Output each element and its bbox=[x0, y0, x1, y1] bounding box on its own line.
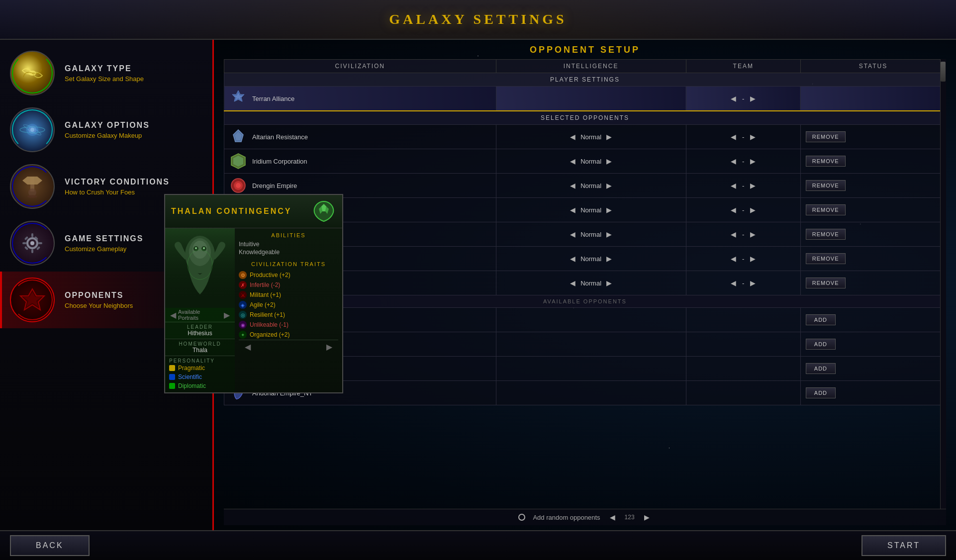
sidebar-item-galaxy-options[interactable]: Galaxy Options Customize Galaxy Makeup bbox=[0, 101, 212, 158]
yor-intel-next[interactable]: ▶ bbox=[604, 206, 614, 214]
thalan-team-next[interactable]: ▶ bbox=[748, 230, 758, 238]
col-civilization: Civilization bbox=[224, 60, 496, 73]
col-status: Status bbox=[800, 60, 946, 73]
sidebar-text-opponents: Opponents Choose Your Neighbors bbox=[65, 291, 133, 309]
popup-header: Thalan Contingency bbox=[165, 195, 342, 228]
page-next[interactable]: ▶ bbox=[642, 513, 652, 521]
thalan-intel-prev[interactable]: ◀ bbox=[568, 230, 577, 238]
drengin-intel-prev[interactable]: ◀ bbox=[568, 182, 577, 189]
yor-remove-btn[interactable]: Remove bbox=[806, 204, 846, 215]
page-prev[interactable]: ◀ bbox=[608, 513, 617, 521]
table-row: Iridium Corporation ◀ Normal ▶ bbox=[224, 149, 946, 174]
cathar-add-btn[interactable]: Add bbox=[806, 314, 836, 325]
iconian-intel-next[interactable]: ▶ bbox=[604, 279, 614, 287]
sidebar-text-victory: Victory Conditions How to Crush Your Foe… bbox=[65, 178, 170, 196]
galaxy-type-avatar bbox=[10, 51, 55, 95]
scrollbar-track[interactable] bbox=[940, 59, 946, 509]
drengin-icon bbox=[229, 177, 247, 194]
trait-label-infertile: Infertile (-2) bbox=[250, 281, 280, 288]
altarian-intel-next[interactable]: ▶ bbox=[604, 133, 614, 141]
personality-icon-diplomatic bbox=[169, 383, 175, 389]
svg-rect-45 bbox=[169, 374, 175, 380]
altarian-remove-btn[interactable]: Remove bbox=[806, 131, 846, 142]
krynn-team: ◀ - ▶ bbox=[686, 247, 800, 271]
vol-add-btn[interactable]: Add bbox=[806, 339, 836, 350]
altarian-team-prev[interactable]: ◀ bbox=[729, 133, 738, 141]
portrait-next[interactable]: ▶ bbox=[222, 310, 232, 320]
vol-status: Add bbox=[800, 332, 946, 357]
svg-rect-44 bbox=[169, 365, 175, 371]
traits-title: Civilization Traits bbox=[239, 261, 338, 267]
start-button[interactable]: Start bbox=[861, 535, 946, 556]
altarian-intel-prev[interactable]: ◀ bbox=[568, 133, 577, 141]
drengin-team-next[interactable]: ▶ bbox=[748, 182, 758, 189]
drengin-team-prev[interactable]: ◀ bbox=[729, 182, 738, 189]
yor-team-next[interactable]: ▶ bbox=[748, 206, 758, 214]
thalan-popup[interactable]: Thalan Contingency bbox=[164, 194, 343, 393]
altarian-intel: ◀ Normal ▶ bbox=[496, 125, 686, 149]
iconian-status: Remove bbox=[800, 271, 946, 295]
player-name: Terran Alliance bbox=[252, 95, 294, 102]
scrollbar-thumb[interactable] bbox=[941, 62, 946, 82]
drengin-remove-btn[interactable]: Remove bbox=[806, 180, 846, 191]
cathar-team bbox=[686, 308, 800, 332]
sidebar-title-galaxy-type: Galaxy Type bbox=[65, 64, 144, 73]
opponents-avatar bbox=[10, 278, 55, 322]
iconian-team-next[interactable]: ▶ bbox=[748, 279, 758, 287]
popup-leader: Leader Hithesius bbox=[165, 322, 235, 339]
sidebar-subtitle-opponents: Choose Your Neighbors bbox=[65, 302, 133, 309]
iridium-team-prev[interactable]: ◀ bbox=[729, 157, 738, 165]
iconian-remove-btn[interactable]: Remove bbox=[806, 278, 846, 288]
back-button[interactable]: Back bbox=[10, 535, 90, 556]
thalan-remove-btn[interactable]: Remove bbox=[806, 229, 846, 240]
popup-nav-prev[interactable]: ◀ bbox=[243, 342, 253, 352]
player-civ-cell: Terran Alliance bbox=[224, 87, 496, 111]
alien-portrait-svg bbox=[168, 230, 232, 307]
thalan-status: Remove bbox=[800, 222, 946, 247]
altarian-team-next[interactable]: ▶ bbox=[748, 133, 758, 141]
thalan-team-prev[interactable]: ◀ bbox=[729, 230, 738, 238]
player-team-next[interactable]: ▶ bbox=[748, 94, 758, 102]
abilities-section: Abilities Intuitive Knowledgeable bbox=[239, 232, 338, 256]
sidebar-text-galaxy-options: Galaxy Options Customize Galaxy Makeup bbox=[65, 121, 150, 139]
iridium-intel-prev[interactable]: ◀ bbox=[568, 157, 577, 165]
svg-rect-46 bbox=[169, 383, 175, 389]
popup-portrait bbox=[165, 228, 235, 308]
portrait-prev[interactable]: ◀ bbox=[168, 310, 178, 320]
iconian-team-prev[interactable]: ◀ bbox=[729, 279, 738, 287]
krynn-team-next[interactable]: ▶ bbox=[748, 255, 758, 263]
trait-icon-organized: ✦ bbox=[239, 331, 247, 339]
drengin-intel-next[interactable]: ▶ bbox=[604, 182, 614, 189]
yor-intel-prev[interactable]: ◀ bbox=[568, 206, 577, 214]
sidebar-title-game-settings: Game Settings bbox=[65, 234, 143, 243]
iconian-intel-prev[interactable]: ◀ bbox=[568, 279, 577, 287]
kaminoan-status: Add bbox=[800, 357, 946, 381]
section-title: Opponent Setup bbox=[224, 45, 946, 55]
iridium-team-next[interactable]: ▶ bbox=[748, 157, 758, 165]
krynn-remove-btn[interactable]: Remove bbox=[806, 253, 846, 264]
krynn-intel-next[interactable]: ▶ bbox=[604, 255, 614, 263]
iridium-intel-next[interactable]: ▶ bbox=[604, 157, 614, 165]
trait-icon-productive: ⚙ bbox=[239, 271, 247, 279]
sidebar-subtitle-galaxy-type: Set Galaxy Size and Shape bbox=[65, 75, 144, 83]
player-row: Terran Alliance ◀ - ▶ bbox=[224, 87, 946, 111]
thalan-intel-next[interactable]: ▶ bbox=[604, 230, 614, 238]
popup-nav-next[interactable]: ▶ bbox=[324, 342, 334, 352]
yor-team: ◀ - ▶ bbox=[686, 198, 800, 222]
krynn-team-prev[interactable]: ◀ bbox=[729, 255, 738, 263]
yor-team-prev[interactable]: ◀ bbox=[729, 206, 738, 214]
add-random-label: Add random opponents bbox=[533, 514, 600, 521]
popup-personality: Personality Pragmatic Scientific bbox=[165, 356, 235, 392]
andorian-intel bbox=[496, 381, 686, 405]
sidebar-title-galaxy-options: Galaxy Options bbox=[65, 121, 150, 130]
krynn-intel-prev[interactable]: ◀ bbox=[568, 255, 577, 263]
add-random-radio[interactable] bbox=[518, 514, 525, 521]
trait-unlikeable: ◉ Unlikeable (-1) bbox=[239, 320, 338, 330]
kaminoan-add-btn[interactable]: Add bbox=[806, 363, 836, 374]
andorian-status: Add bbox=[800, 381, 946, 405]
player-team-prev[interactable]: ◀ bbox=[729, 94, 738, 102]
andorian-add-btn[interactable]: Add bbox=[806, 387, 836, 398]
iridium-remove-btn[interactable]: Remove bbox=[806, 156, 846, 167]
sidebar-item-galaxy-type[interactable]: Galaxy Type Set Galaxy Size and Shape bbox=[0, 45, 212, 101]
homeworld-name: Thala bbox=[169, 347, 231, 354]
